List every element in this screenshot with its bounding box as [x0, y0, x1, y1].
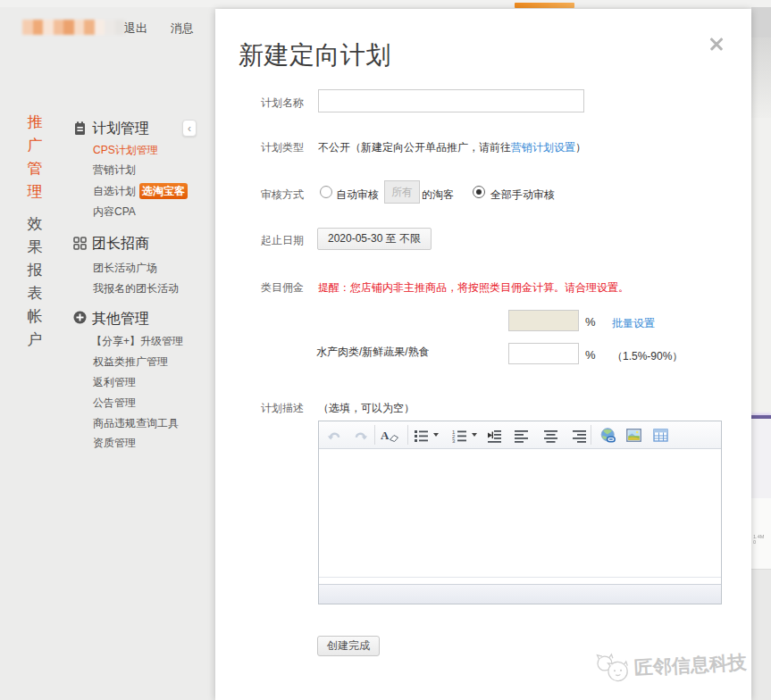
description-label: 计划描述 [261, 401, 304, 416]
date-range-label: 起止日期 [261, 233, 304, 248]
logout-link[interactable]: 退出 [124, 21, 147, 37]
taoke-badge[interactable]: 选淘宝客 [139, 183, 188, 199]
auto-review-radio[interactable] [320, 186, 332, 198]
editor-toolbar: A 123 [319, 421, 721, 449]
remove-format-icon[interactable]: A [381, 428, 400, 443]
sidebar-item-content-cpa[interactable]: 内容CPA [93, 204, 136, 220]
batch-commission-input[interactable] [508, 310, 579, 331]
manual-review-label: 全部手动审核 [490, 188, 555, 203]
align-right-icon[interactable] [572, 428, 587, 443]
svg-text:A: A [381, 429, 390, 442]
close-icon[interactable] [707, 34, 726, 54]
commission-range-hint: （1.5%-90%） [612, 349, 683, 364]
toolbar-separator [591, 425, 591, 445]
sidebar-section-leader-recruit[interactable]: 团长招商 [92, 235, 149, 254]
table-icon[interactable] [653, 428, 668, 443]
redo-icon[interactable] [353, 428, 368, 443]
manual-review-radio[interactable] [473, 186, 485, 198]
sidebar-item-cps-plan[interactable]: CPS计划管理 [93, 143, 158, 158]
clipboard-icon [73, 121, 87, 135]
svg-text:3: 3 [452, 438, 456, 443]
plus-circle-icon [73, 311, 87, 324]
indent-icon[interactable] [487, 428, 502, 443]
redacted-username [22, 20, 125, 35]
category-commission-input[interactable] [508, 343, 579, 364]
image-icon[interactable] [626, 428, 641, 443]
plan-type-label: 计划类型 [261, 140, 304, 155]
sidebar-section-plan-management[interactable]: 计划管理 [92, 120, 149, 138]
background-right-panel2 [751, 419, 771, 498]
sidebar-item-announcement-management[interactable]: 公告管理 [93, 396, 136, 411]
commission-warning: 提醒：您店铺内非主推商品，将按照类目佣金计算。请合理设置。 [318, 280, 629, 296]
description-hint: （选填，可以为空） [318, 401, 415, 416]
sidebar-item-self-select-plan[interactable]: 自选计划 [93, 184, 136, 199]
sidebar-item-share-upgrade[interactable]: 【分享+】升级管理 [91, 334, 183, 349]
vnav-item-reports[interactable]: 效果报表 [27, 212, 43, 305]
toolbar-separator [374, 425, 375, 445]
sidebar-item-my-leader-activities[interactable]: 我报名的团长活动 [93, 281, 179, 296]
sidebar-item-qualification-management[interactable]: 资质管理 [93, 436, 136, 451]
create-plan-button[interactable]: 创建完成 [317, 636, 380, 656]
sidebar-item-leader-plaza[interactable]: 团长活动广场 [93, 261, 157, 276]
bullet-list-caret-icon[interactable] [433, 433, 439, 437]
messages-link[interactable]: 消息 [171, 21, 194, 37]
plan-name-input[interactable] [318, 89, 584, 112]
batch-percent-sign: % [585, 315, 596, 329]
page: 1.4M0 退出 消息 推广管理 效果报表 帐户 计划管理 ‹ CPS计划管理 … [0, 0, 771, 700]
commission-label: 类目佣金 [261, 280, 304, 296]
watermark-logo-icon [593, 650, 636, 688]
sidebar-item-rights-promotion[interactable]: 权益类推广管理 [93, 354, 168, 370]
date-range-button[interactable]: 2020-05-30 至 不限 [317, 228, 432, 250]
vnav-item-promotion[interactable]: 推广管理 [27, 111, 43, 204]
watermark-text: 匠邻信息科技 [633, 650, 747, 681]
sidebar-section-other-management[interactable]: 其他管理 [92, 310, 149, 329]
sidebar-collapse-button[interactable]: ‹ [182, 120, 197, 137]
link-icon[interactable] [600, 428, 616, 443]
plan-name-label: 计划名称 [261, 96, 304, 111]
review-mode-label: 审核方式 [261, 188, 304, 203]
toolbar-separator [407, 425, 408, 445]
background-top-bar [0, 0, 771, 7]
grid-icon [73, 237, 87, 250]
sidebar-item-marketing-plan[interactable]: 营销计划 [93, 162, 136, 178]
editor-status-bar [319, 584, 721, 604]
batch-set-link[interactable]: 批量设置 [612, 316, 655, 331]
vnav-item-account[interactable]: 帐户 [27, 305, 43, 352]
editor-split-line [319, 577, 721, 578]
auto-review-label: 自动审核 [336, 188, 379, 203]
background-right-panel [751, 118, 771, 413]
plan-type-text: 不公开（新建定向公开单品推广，请前往 [318, 141, 511, 154]
editor-content-area[interactable] [320, 449, 720, 576]
numbered-list-icon[interactable]: 123 [452, 428, 467, 443]
auto-review-suffix: 的淘客 [422, 188, 454, 203]
background-progress-segment [515, 3, 574, 8]
modal-title: 新建定向计划 [239, 38, 391, 72]
undo-icon[interactable] [327, 428, 342, 443]
numbered-list-caret-icon[interactable] [472, 433, 477, 437]
plan-type-text-suffix: ） [575, 141, 586, 154]
sidebar-item-violation-query-tool[interactable]: 商品违规查询工具 [93, 416, 179, 431]
create-plan-modal: 新建定向计划 计划名称 计划类型 不公开（新建定向公开单品推广，请前往营销计划设… [215, 9, 751, 700]
description-editor: A 123 [318, 421, 722, 604]
sidebar-item-rebate-management[interactable]: 返利管理 [93, 375, 136, 390]
category-name: 水产肉类/新鲜蔬果/熟食 [316, 345, 430, 360]
background-right-shade [751, 38, 771, 118]
all-taoke-button[interactable]: 所有 [384, 180, 420, 204]
marketing-plan-settings-link[interactable]: 营销计划设置 [511, 141, 575, 154]
background-right-block [751, 7, 771, 38]
watermark: 匠邻信息科技 [584, 640, 766, 698]
align-left-icon[interactable] [514, 428, 529, 443]
category-percent-sign: % [585, 348, 596, 362]
bullet-list-icon[interactable] [414, 428, 429, 443]
align-center-icon[interactable] [543, 428, 558, 443]
background-tiny-text: 1.4M0 [753, 534, 764, 546]
